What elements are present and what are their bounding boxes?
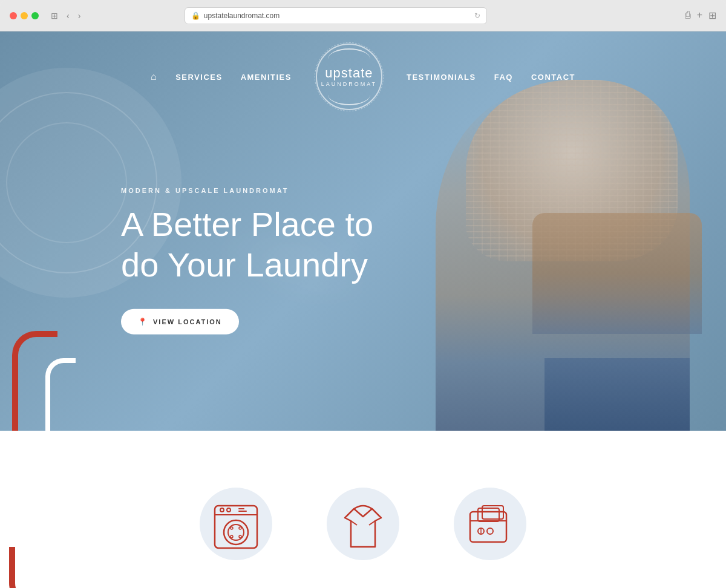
services-deco-red — [9, 547, 42, 588]
service-icon-washer — [209, 500, 263, 557]
reload-icon[interactable]: ↻ — [474, 11, 480, 20]
url-text: upstatelaundromat.com — [204, 11, 280, 20]
minimize-button[interactable] — [21, 12, 28, 19]
svg-line-13 — [369, 521, 375, 525]
svg-line-12 — [351, 521, 357, 525]
site-logo[interactable]: upstate LAUNDROMAT — [316, 44, 382, 110]
nav-home-link[interactable]: ⌂ — [151, 71, 157, 82]
hero-title: A Better Place to do Your Laundry — [121, 204, 373, 285]
logo-circle: upstate LAUNDROMAT — [316, 44, 382, 110]
svg-point-8 — [231, 527, 233, 529]
service-washer — [209, 494, 263, 557]
new-tab-icon[interactable]: + — [697, 10, 702, 21]
browser-chrome: ⊞ ‹ › 🔒 upstatelaundromat.com ↻ ⎙ + ⊞ — [0, 0, 726, 588]
nav-testimonials-link[interactable]: TESTIMONIALS — [407, 73, 476, 82]
logo-arc-bottom — [328, 84, 370, 105]
deco-arc-white — [45, 358, 76, 431]
browser-controls: ⊞ ‹ › — [48, 10, 83, 22]
svg-point-11 — [239, 535, 241, 538]
cta-label: VIEW LOCATION — [153, 318, 222, 325]
hero-subtitle: MODERN & UPSCALE LAUNDROMAT — [121, 187, 373, 194]
services-section — [0, 431, 726, 588]
service-icon-card — [463, 500, 517, 557]
close-button[interactable] — [10, 12, 17, 19]
nav-faq-link[interactable]: FAQ — [494, 73, 513, 82]
main-nav: ⌂ SERVICES AMENITIES upstate LAUNDROMAT — [0, 31, 726, 122]
service-shirt — [336, 494, 390, 557]
maximize-button[interactable] — [31, 12, 39, 19]
logo-arc-top — [328, 48, 370, 70]
service-card — [463, 494, 517, 557]
nav-services-link[interactable]: SERVICES — [175, 73, 223, 82]
browser-actions: ⎙ + ⊞ — [685, 10, 716, 21]
browser-titlebar: ⊞ ‹ › 🔒 upstatelaundromat.com ↻ ⎙ + ⊞ — [0, 0, 726, 31]
hero-section: ⌂ SERVICES AMENITIES upstate LAUNDROMAT — [0, 31, 726, 431]
pin-icon: 📍 — [138, 318, 148, 326]
hero-title-line2: do Your Laundry — [121, 246, 368, 284]
share-icon[interactable]: ⎙ — [685, 10, 691, 21]
svg-point-10 — [231, 535, 233, 538]
nav-right: TESTIMONIALS FAQ CONTACT — [407, 73, 575, 82]
view-location-button[interactable]: 📍 VIEW LOCATION — [121, 309, 239, 335]
lock-icon: 🔒 — [191, 11, 200, 20]
browser-content: ⌂ SERVICES AMENITIES upstate LAUNDROMAT — [0, 31, 726, 588]
svg-point-7 — [228, 524, 244, 540]
service-icon-shirt — [336, 500, 390, 557]
bottom-deco-container — [9, 316, 82, 431]
hero-arm — [532, 213, 702, 334]
svg-point-2 — [220, 508, 224, 512]
hero-jeans — [544, 358, 690, 431]
forward-button[interactable]: › — [76, 10, 83, 22]
nav-amenities-link[interactable]: AMENITIES — [241, 73, 292, 82]
hero-content: MODERN & UPSCALE LAUNDROMAT A Better Pla… — [121, 187, 373, 335]
nav-contact-link[interactable]: CONTACT — [531, 73, 575, 82]
address-bar[interactable]: 🔒 upstatelaundromat.com ↻ — [185, 7, 487, 24]
svg-point-3 — [227, 508, 231, 512]
services-deco — [9, 547, 57, 588]
traffic-lights — [10, 12, 39, 19]
sidebar-toggle-button[interactable]: ⊞ — [48, 10, 60, 22]
svg-rect-14 — [470, 512, 506, 542]
svg-point-9 — [239, 527, 241, 529]
grid-icon[interactable]: ⊞ — [708, 10, 716, 21]
back-button[interactable]: ‹ — [64, 10, 72, 22]
svg-point-19 — [487, 528, 493, 534]
nav-left: ⌂ SERVICES AMENITIES — [151, 71, 292, 82]
hero-title-line1: A Better Place to — [121, 205, 373, 243]
